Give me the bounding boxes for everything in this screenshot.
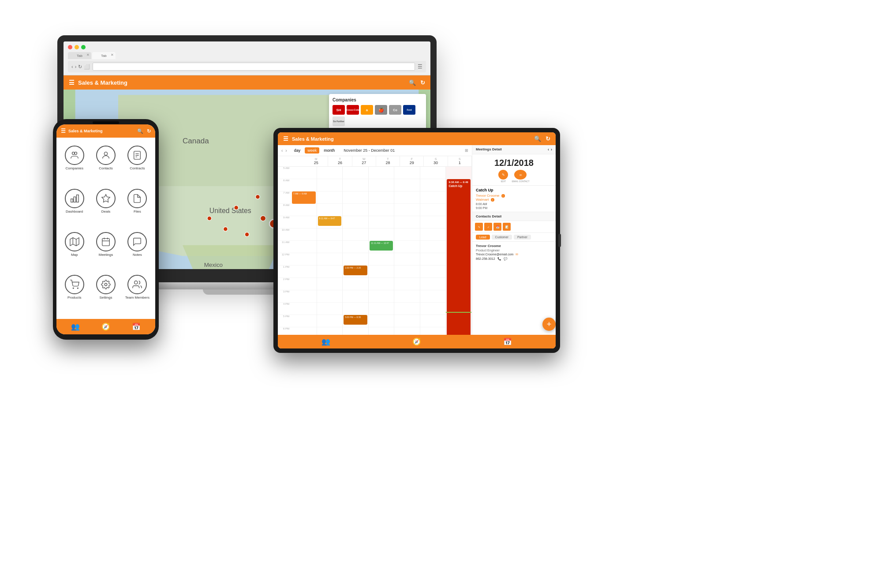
svg-point-12 <box>260 216 265 221</box>
contact-edit-btn[interactable]: ✎ <box>475 223 483 231</box>
phone-menu-companies[interactable]: Companies <box>59 142 90 185</box>
meeting-time-end: 9:00 PM <box>476 206 552 210</box>
customer-tag-btn[interactable]: Customer <box>492 235 512 240</box>
lead-tag-btn[interactable]: Lead <box>476 235 490 240</box>
time-5am: 5 AM <box>278 167 291 179</box>
cal-grid-icon[interactable]: ⊞ <box>465 148 468 153</box>
tablet-hamburger-icon[interactable]: ☰ <box>283 135 288 142</box>
hour-12 <box>291 303 317 315</box>
phone-menu-dashboard[interactable]: Dashboard <box>59 185 90 228</box>
browser-tab-2[interactable]: Tab ✕ <box>92 52 116 59</box>
browser-tab-1[interactable]: Tab ✕ <box>68 52 91 59</box>
contact-note-btn[interactable]: 📝 <box>503 223 511 231</box>
cal-day-tab[interactable]: day <box>292 147 303 154</box>
hour-9 <box>291 266 317 278</box>
edit-action[interactable]: ✎ EDIT <box>498 170 508 183</box>
cal-prev-btn[interactable]: ‹ <box>281 148 283 153</box>
browser-dot-minimize[interactable] <box>75 45 79 49</box>
fab-add-button[interactable]: + <box>542 318 556 331</box>
contacts-label: Contacts <box>99 166 113 170</box>
browser-refresh[interactable]: ↻ <box>78 64 82 70</box>
browser-url-input[interactable] <box>93 63 415 71</box>
laptop-search-icon[interactable]: 🔍 <box>409 79 416 86</box>
phone-menu-settings[interactable]: Settings <box>90 271 121 315</box>
cal-event-mon-7am[interactable]: 7 AM — 9 AM <box>292 191 316 204</box>
calendar-nav: ‹ › day week month November 25 - Decembe… <box>278 145 472 156</box>
browser-back[interactable]: ‹ <box>71 64 73 70</box>
laptop-refresh-icon[interactable]: ↻ <box>420 79 425 86</box>
svg-point-36 <box>77 288 78 289</box>
contact-task-btn[interactable]: ✓ <box>484 223 492 231</box>
meeting-title: Catch Up <box>476 188 552 192</box>
phone-search-icon[interactable]: 🔍 <box>137 128 143 134</box>
phone-menu-contracts[interactable]: Contracts <box>122 142 153 185</box>
meetings-label: Meetings <box>99 253 113 257</box>
cal-event-wed-1pm[interactable]: 1:00 PM — 2:20 <box>344 266 367 275</box>
laptop-hamburger-icon[interactable]: ☰ <box>69 79 75 86</box>
phone-menu-team-members[interactable]: Team Members <box>122 271 153 315</box>
phone-bottom-compass-icon[interactable]: 🧭 <box>101 322 110 331</box>
cal-next-btn[interactable]: › <box>285 148 287 153</box>
svg-point-7 <box>234 206 239 210</box>
cal-view-tabs: day week month <box>292 147 338 154</box>
contact-small-btns: ✎ ✓ 📅 📝 <box>475 223 511 231</box>
cal-event-tue-9am[interactable]: 9:11 AM — 9:47 <box>318 216 342 226</box>
phone-bottom-calendar-icon[interactable]: 📅 <box>132 322 141 331</box>
phone-menu-meetings[interactable]: Meetings <box>90 228 121 272</box>
tablet-bottom-calendar-icon[interactable]: 📅 <box>503 337 512 346</box>
cal-event-thu-11am[interactable]: 11:11 AM — 12:47 <box>370 241 393 251</box>
phone-notch <box>93 121 119 124</box>
browser-tab-close-2[interactable]: ✕ <box>111 53 114 57</box>
map-label: Map <box>71 253 78 257</box>
tablet-home-button[interactable] <box>558 234 561 247</box>
phone-bottom-contacts-icon[interactable]: 👥 <box>71 322 80 331</box>
browser-dot-close[interactable] <box>68 45 72 49</box>
tablet-refresh-icon[interactable]: ↻ <box>546 135 550 142</box>
hour-14 <box>291 327 317 335</box>
companies-label: Companies <box>65 166 83 170</box>
phone-app-header: ☰ Sales & Marketing 🔍 ↻ <box>56 124 155 138</box>
cal-week-tab[interactable]: week <box>305 147 319 154</box>
contact-role: Product Engineer <box>476 249 552 252</box>
phone-hamburger-icon[interactable]: ☰ <box>61 128 66 134</box>
meeting-company: Walmart i <box>476 198 552 202</box>
cal-day-25: M 25 <box>304 156 328 166</box>
meetings-panel-next[interactable]: › <box>551 147 552 152</box>
time-9am: 9 AM <box>278 216 291 228</box>
phone-menu-map[interactable]: Map <box>59 228 90 272</box>
email-contact-action[interactable]: ✉ EMAIL CONTACT <box>512 170 529 183</box>
phone-refresh-icon[interactable]: ↻ <box>147 128 151 134</box>
time-12pm: 12 PM <box>278 253 291 266</box>
phone-menu-deals[interactable]: Deals <box>90 185 121 228</box>
hour-5 <box>291 216 317 228</box>
contacts-detail-header: Contacts Detail <box>472 212 556 221</box>
tablet-search-icon[interactable]: 🔍 <box>534 135 541 142</box>
phone-menu-notes[interactable]: Notes <box>122 228 153 272</box>
phone-menu-products[interactable]: Products <box>59 271 90 315</box>
meetings-detail-label: Meetings Detail <box>476 147 502 152</box>
browser-tab-close-1[interactable]: ✕ <box>86 53 90 57</box>
time-3pm: 3 PM <box>278 290 291 303</box>
company-badge: i <box>491 198 494 202</box>
phone-menu-contacts[interactable]: Contacts <box>90 142 121 185</box>
edit-label: EDIT <box>501 180 506 183</box>
contacts-detail: Contacts Detail ✎ ✓ 📅 📝 <box>472 212 556 335</box>
browser-home[interactable]: ⬜ <box>84 64 90 70</box>
browser-forward[interactable]: › <box>75 64 77 70</box>
notes-icon <box>127 232 147 251</box>
browser-menu-icon[interactable]: ☰ <box>418 64 422 70</box>
svg-rect-25 <box>71 199 73 202</box>
hour-4 <box>291 204 317 216</box>
meetings-panel-prev[interactable]: ‹ <box>548 147 549 152</box>
cal-event-wed-5pm[interactable]: 5:00 PM — 6:30 <box>344 315 367 325</box>
phone-menu-files[interactable]: Files <box>122 185 153 228</box>
time-5pm: 5 PM <box>278 315 291 327</box>
contact-meeting-btn[interactable]: 📅 <box>493 223 501 231</box>
cal-month-tab[interactable]: month <box>321 147 337 154</box>
company-logo-gray: Co <box>389 105 401 115</box>
tablet-bottom-compass-icon[interactable]: 🧭 <box>412 337 421 346</box>
tablet-outer: ☰ Sales & Marketing 🔍 ↻ ‹ › <box>273 128 560 353</box>
tablet-bottom-contacts-icon[interactable]: 👥 <box>321 337 330 346</box>
partner-tag-btn[interactable]: Partner <box>514 235 531 240</box>
browser-dot-maximize[interactable] <box>81 45 86 49</box>
